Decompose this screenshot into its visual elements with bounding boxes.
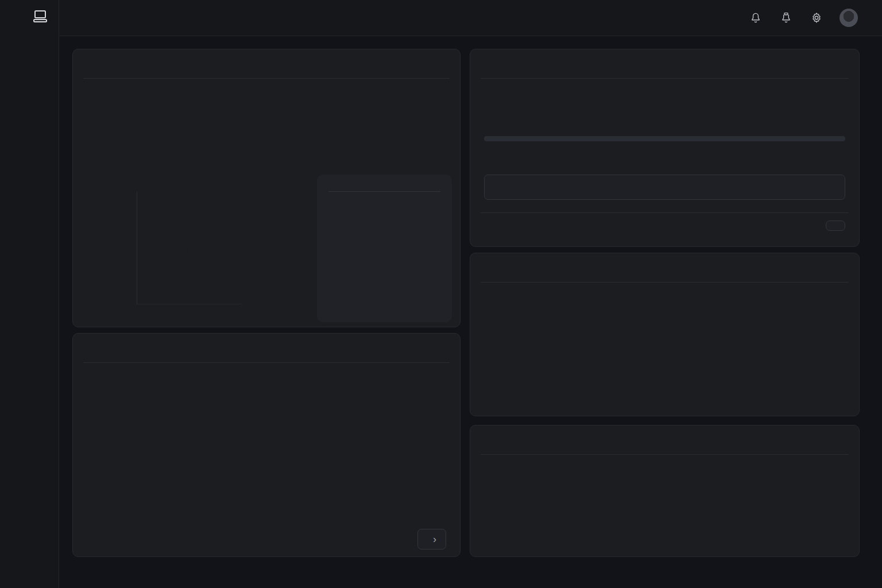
overview-stats — [83, 85, 450, 158]
divider — [481, 454, 849, 455]
view-all-button[interactable]: › — [417, 529, 446, 550]
bell-icon[interactable] — [748, 10, 763, 25]
attendance-stats — [470, 371, 859, 416]
hr-dashboard: › — [0, 0, 882, 588]
upcoming-holidays-card — [470, 425, 860, 557]
chevron-right-icon: › — [433, 534, 436, 544]
app-logo-laptop-icon[interactable] — [32, 7, 49, 28]
divider — [481, 78, 849, 79]
payroll-progress-bar — [484, 136, 845, 141]
directory-header-row — [87, 366, 446, 391]
gear-icon[interactable] — [809, 10, 824, 25]
employee-overview-card — [72, 49, 461, 327]
employee-directory-card: › — [72, 333, 461, 557]
payroll-status-card — [470, 49, 860, 247]
attendance-analytics-card — [470, 253, 860, 416]
divider — [83, 362, 450, 363]
pending-employees-bar — [484, 175, 845, 200]
divider — [83, 78, 450, 79]
legend-total-row — [328, 195, 440, 215]
divider — [481, 282, 849, 283]
topbar-actions — [748, 9, 858, 27]
total-dot — [328, 202, 336, 209]
attendance-line-chart — [481, 287, 850, 350]
distribution-legend — [317, 175, 452, 322]
sidebar — [0, 0, 59, 588]
axis-line — [137, 192, 137, 304]
topbar — [59, 0, 882, 36]
divider — [328, 191, 440, 192]
view-all-payroll-button[interactable] — [826, 220, 845, 231]
divider — [481, 212, 849, 213]
notification-bell-icon[interactable] — [779, 10, 794, 25]
user-avatar[interactable] — [840, 9, 858, 27]
employee-distribution-donut — [157, 186, 280, 309]
